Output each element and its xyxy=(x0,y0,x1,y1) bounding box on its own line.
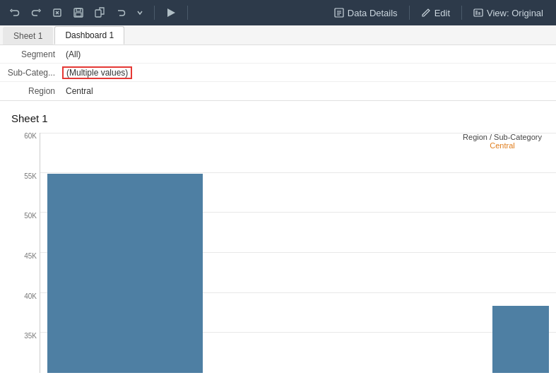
chart-section: Sheet 1 35K 40K 45K 50K 55K 60K xyxy=(0,101,556,373)
filters-area: Segment (All) Sub-Categ... (Multiple val… xyxy=(0,45,556,101)
data-details-button[interactable]: Data Details xyxy=(327,5,405,21)
subcategory-label: Sub-Categ... xyxy=(6,68,62,78)
sep4 xyxy=(461,6,462,20)
edit-label: Edit xyxy=(434,8,450,18)
subcategory-value[interactable]: (Multiple values) xyxy=(62,66,132,79)
legend-subtitle: Central xyxy=(463,141,542,150)
edit-button[interactable]: Edit xyxy=(414,5,457,21)
y-label-45k: 45K xyxy=(24,253,37,260)
region-label: Region xyxy=(6,86,62,96)
svg-rect-6 xyxy=(95,10,101,17)
save-button[interactable] xyxy=(69,4,88,21)
tab-sheet1[interactable]: Sheet 1 xyxy=(3,27,53,44)
data-details-label: Data Details xyxy=(348,8,398,18)
bars-area xyxy=(40,133,556,373)
y-label-40k: 40K xyxy=(24,293,37,300)
bar-main[interactable] xyxy=(47,174,203,373)
filter-segment: Segment (All) xyxy=(0,45,556,64)
sep3 xyxy=(409,6,410,20)
y-label-55k: 55K xyxy=(24,173,37,180)
undo-button[interactable] xyxy=(6,4,24,21)
separator2 xyxy=(187,6,188,20)
bar-partial[interactable] xyxy=(492,306,549,373)
view-label: View: Original xyxy=(487,8,543,18)
toolbar-right: Data Details Edit View: Original xyxy=(327,5,550,21)
filter-region: Region Central xyxy=(0,82,556,100)
segment-value[interactable]: (All) xyxy=(62,48,84,61)
clear-button[interactable] xyxy=(48,4,66,21)
toolbar: Data Details Edit View: Original xyxy=(0,0,556,25)
redo-button[interactable] xyxy=(27,4,45,21)
tab-dashboard1[interactable]: Dashboard 1 xyxy=(54,26,124,44)
svg-rect-5 xyxy=(76,13,81,16)
chart-title: Sheet 1 xyxy=(11,112,556,124)
y-label-60k: 60K xyxy=(24,133,37,140)
export-button[interactable] xyxy=(90,4,109,21)
filter-subcategory: Sub-Categ... (Multiple values) xyxy=(0,64,556,82)
y-label-35k: 35K xyxy=(24,333,37,340)
tabs-bar: Sheet 1 Dashboard 1 xyxy=(0,25,556,45)
legend-title: Region / Sub-Category xyxy=(463,133,542,141)
region-value[interactable]: Central xyxy=(62,85,97,97)
chart-inner: Region / Sub-Category Central xyxy=(40,133,556,373)
history-button[interactable] xyxy=(112,4,130,21)
view-button[interactable]: View: Original xyxy=(466,5,550,21)
svg-marker-7 xyxy=(167,8,175,17)
y-axis: 35K 40K 45K 50K 55K 60K xyxy=(11,133,40,373)
separator1 xyxy=(154,6,155,20)
svg-rect-13 xyxy=(475,11,478,15)
segment-label: Segment xyxy=(6,49,62,59)
present-button[interactable] xyxy=(162,4,180,21)
legend: Region / Sub-Category Central xyxy=(463,133,542,150)
svg-rect-14 xyxy=(478,12,480,15)
y-label-50k: 50K xyxy=(24,213,37,220)
dropdown-button[interactable] xyxy=(133,6,147,19)
chart-container: 35K 40K 45K 50K 55K 60K xyxy=(11,133,556,373)
